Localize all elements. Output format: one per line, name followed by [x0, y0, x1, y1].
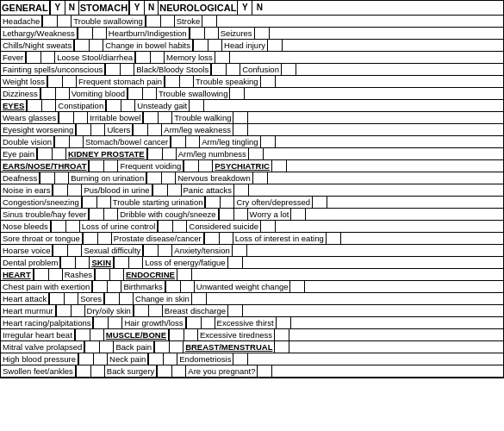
cell-y-1-24[interactable]	[134, 305, 148, 316]
cell-n-1-23[interactable]	[119, 293, 134, 304]
cell-n-0-16[interactable]	[103, 209, 118, 220]
cell-y-2-26[interactable]	[274, 329, 289, 340]
cell-y-1-0[interactable]	[146, 16, 160, 27]
cell-n-0-4[interactable]	[120, 64, 134, 75]
cell-n-1-8[interactable]	[158, 112, 172, 123]
cell-n-1-14[interactable]	[167, 184, 182, 196]
cell-y-1-20[interactable]	[114, 257, 128, 268]
cell-y-0-18[interactable]	[83, 233, 97, 244]
cell-y-1-3[interactable]	[135, 52, 150, 63]
cell-y-1-26[interactable]	[169, 329, 184, 340]
cell-n-0-9[interactable]	[90, 124, 105, 135]
cell-y-1-4[interactable]	[211, 64, 226, 75]
cell-y-0-14[interactable]	[53, 184, 67, 196]
cell-n-1-4[interactable]	[226, 64, 240, 75]
cell-n-1-28[interactable]	[163, 353, 177, 365]
cell-y-2-13[interactable]	[252, 172, 267, 184]
cell-y-2-17[interactable]	[260, 221, 275, 232]
cell-y-0-2[interactable]	[74, 40, 89, 51]
cell-y-1-21[interactable]	[95, 269, 109, 280]
cell-y-0-26[interactable]	[75, 329, 90, 340]
cell-y-1-1[interactable]	[190, 28, 204, 39]
cell-n-0-28[interactable]	[93, 353, 108, 365]
cell-n-1-1[interactable]	[204, 28, 219, 39]
cell-y-2-4[interactable]	[281, 64, 296, 75]
cell-y-0-17[interactable]	[51, 221, 65, 232]
cell-y-2-29[interactable]	[257, 365, 271, 377]
cell-y-0-19[interactable]	[53, 245, 67, 256]
cell-n-0-0[interactable]	[57, 16, 72, 27]
cell-y-2-14[interactable]	[233, 184, 248, 196]
cell-n-1-16[interactable]	[233, 209, 248, 220]
cell-n-1-29[interactable]	[171, 365, 186, 377]
cell-y-1-12[interactable]	[184, 160, 198, 172]
cell-y-2-10[interactable]	[260, 136, 275, 147]
cell-y-0-28[interactable]	[78, 353, 93, 365]
cell-y-1-28[interactable]	[148, 353, 163, 365]
cell-y-2-18[interactable]	[326, 233, 340, 244]
cell-n-2-25[interactable]	[290, 317, 305, 328]
cell-n-1-11[interactable]	[162, 148, 177, 159]
cell-y-0-9[interactable]	[76, 124, 90, 135]
cell-y-0-6[interactable]	[40, 88, 55, 99]
cell-n-1-20[interactable]	[128, 257, 143, 268]
cell-n-0-2[interactable]	[89, 40, 103, 51]
cell-y-2-27[interactable]	[274, 341, 289, 353]
cell-n-2-1[interactable]	[269, 28, 283, 39]
cell-y-2-21[interactable]	[177, 269, 191, 280]
cell-y-0-29[interactable]	[76, 365, 90, 377]
cell-y-2-7[interactable]	[189, 100, 203, 111]
cell-n-1-15[interactable]	[220, 197, 234, 208]
cell-n-1-25[interactable]	[201, 317, 215, 328]
cell-y-0-8[interactable]	[59, 112, 73, 123]
cell-y-2-3[interactable]	[215, 52, 229, 63]
cell-n-2-11[interactable]	[263, 148, 277, 159]
cell-y-0-5[interactable]	[47, 76, 62, 87]
cell-n-0-10[interactable]	[69, 136, 84, 147]
cell-n-2-14[interactable]	[248, 184, 263, 196]
cell-y-0-20[interactable]	[60, 257, 75, 268]
cell-n-1-6[interactable]	[142, 88, 157, 99]
cell-n-0-23[interactable]	[64, 293, 78, 304]
cell-y-1-22[interactable]	[165, 281, 180, 292]
cell-n-0-29[interactable]	[90, 365, 105, 377]
cell-n-0-21[interactable]	[48, 269, 63, 280]
cell-n-0-3[interactable]	[40, 52, 55, 63]
cell-y-1-11[interactable]	[147, 148, 162, 159]
cell-y-0-1[interactable]	[78, 28, 92, 39]
cell-y-1-29[interactable]	[157, 365, 171, 377]
cell-n-1-10[interactable]	[185, 136, 200, 147]
cell-y-2-22[interactable]	[289, 281, 304, 292]
cell-n-0-7[interactable]	[41, 100, 56, 111]
cell-n-2-0[interactable]	[216, 16, 231, 27]
cell-y-2-12[interactable]	[271, 160, 286, 172]
cell-n-0-8[interactable]	[73, 112, 88, 123]
cell-n-1-21[interactable]	[109, 269, 124, 280]
cell-y-0-22[interactable]	[92, 281, 107, 292]
cell-n-1-13[interactable]	[161, 172, 176, 184]
cell-y-2-24[interactable]	[227, 305, 242, 316]
cell-n-0-18[interactable]	[97, 233, 112, 244]
cell-y-2-15[interactable]	[312, 197, 327, 208]
cell-y-2-0[interactable]	[202, 16, 216, 27]
cell-y-2-9[interactable]	[233, 124, 247, 135]
cell-n-0-26[interactable]	[90, 329, 104, 340]
cell-n-2-16[interactable]	[305, 209, 320, 220]
cell-y-2-28[interactable]	[233, 353, 247, 365]
cell-y-1-7[interactable]	[106, 100, 121, 111]
cell-y-1-15[interactable]	[205, 197, 220, 208]
cell-n-2-13[interactable]	[267, 172, 282, 184]
cell-n-0-19[interactable]	[67, 245, 82, 256]
cell-n-0-6[interactable]	[55, 88, 70, 99]
cell-y-0-11[interactable]	[37, 148, 52, 159]
cell-y-2-16[interactable]	[290, 209, 305, 220]
cell-n-1-27[interactable]	[169, 341, 184, 353]
cell-y-0-24[interactable]	[56, 305, 71, 316]
cell-y-1-9[interactable]	[133, 124, 147, 135]
cell-y-2-11[interactable]	[248, 148, 263, 159]
cell-n-2-5[interactable]	[275, 76, 289, 87]
cell-n-2-3[interactable]	[229, 52, 244, 63]
cell-n-1-9[interactable]	[147, 124, 162, 135]
cell-n-2-12[interactable]	[286, 160, 301, 172]
cell-y-2-19[interactable]	[232, 245, 246, 256]
